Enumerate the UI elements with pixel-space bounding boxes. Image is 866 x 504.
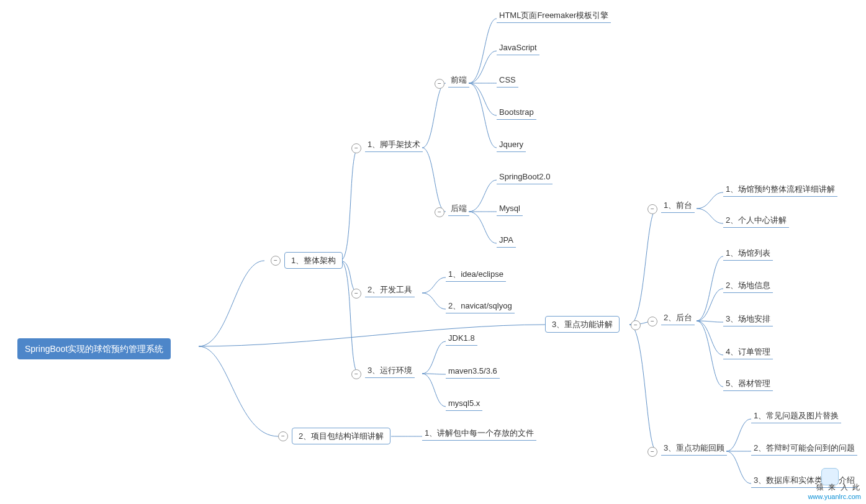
collapse-icon[interactable]: [631, 320, 641, 330]
leaf-mysql[interactable]: Mysql: [497, 204, 523, 216]
leaf-jpa[interactable]: JPA: [497, 236, 516, 248]
collapse-icon[interactable]: [278, 431, 288, 441]
leaf-faq-images[interactable]: 1、常见问题及图片替换: [751, 412, 841, 423]
leaf-css[interactable]: CSS: [497, 76, 518, 88]
leaf-navicat-sqlyog[interactable]: 2、navicat/sqlyog: [446, 302, 515, 313]
leaf-bootstrap[interactable]: Bootstrap: [497, 108, 536, 120]
leaf-springboot[interactable]: SpringBoot2.0: [497, 173, 553, 184]
branch-label: 2、项目包结构详细讲解: [299, 431, 384, 441]
leaf-html-freemaker[interactable]: HTML页面Freemaker模板引擎: [497, 11, 611, 23]
node-review-feature[interactable]: 3、重点功能回顾: [661, 444, 727, 456]
branch-package-structure[interactable]: 2、项目包结构详细讲解: [292, 428, 390, 444]
leaf-mysql5[interactable]: mysql5.x: [446, 399, 482, 411]
watermark-url: www.yuanlrc.com: [808, 493, 861, 500]
leaf-javascript[interactable]: JavaScript: [497, 43, 539, 55]
leaf-jquery[interactable]: Jquery: [497, 140, 526, 152]
leaf-court-schedule[interactable]: 3、场地安排: [723, 315, 773, 326]
collapse-icon[interactable]: [435, 79, 444, 89]
collapse-icon[interactable]: [351, 143, 361, 153]
node-frontend[interactable]: 前端: [448, 76, 469, 88]
collapse-icon[interactable]: [351, 369, 361, 379]
root-node[interactable]: SpringBoot实现的球馆预约管理系统: [17, 338, 171, 359]
watermark-text: 猿 来 入 此: [808, 482, 861, 493]
leaf-idea-eclipse[interactable]: 1、idea/eclipse: [446, 270, 506, 282]
leaf-package-files[interactable]: 1、讲解包中每一个存放的文件: [422, 429, 536, 441]
root-label: SpringBoot实现的球馆预约管理系统: [25, 344, 163, 354]
node-devtools[interactable]: 2、开发工具: [365, 286, 415, 297]
node-scaffold[interactable]: 1、脚手架技术: [365, 140, 423, 152]
watermark: 猿 来 入 此 www.yuanlrc.com: [808, 482, 861, 500]
leaf-order-mgmt[interactable]: 4、订单管理: [723, 348, 773, 359]
node-backend[interactable]: 后端: [448, 204, 469, 216]
collapse-icon[interactable]: [647, 317, 657, 326]
collapse-icon[interactable]: [647, 447, 657, 457]
collapse-icon[interactable]: [271, 256, 281, 266]
leaf-profile-center[interactable]: 2、个人中心讲解: [723, 216, 789, 228]
leaf-venue-list[interactable]: 1、场馆列表: [723, 249, 773, 261]
leaf-reservation-flow[interactable]: 1、场馆预约整体流程详细讲解: [723, 185, 837, 197]
collapse-icon[interactable]: [647, 204, 657, 214]
branch-key-features[interactable]: 3、重点功能讲解: [545, 316, 620, 333]
node-runtime[interactable]: 3、运行环境: [365, 366, 415, 378]
branch-label: 1、整体架构: [291, 256, 336, 265]
leaf-maven[interactable]: maven3.5/3.6: [446, 367, 500, 379]
leaf-defense-questions[interactable]: 2、答辩时可能会问到的问题: [751, 444, 857, 456]
collapse-icon[interactable]: [351, 289, 361, 299]
leaf-jdk[interactable]: JDK1.8: [446, 334, 477, 346]
node-frontend-feature[interactable]: 1、前台: [661, 201, 695, 213]
leaf-court-info[interactable]: 2、场地信息: [723, 281, 773, 293]
leaf-equipment-mgmt[interactable]: 5、器材管理: [723, 379, 773, 391]
branch-label: 3、重点功能讲解: [552, 320, 613, 329]
collapse-icon[interactable]: [435, 207, 444, 217]
node-backend-feature[interactable]: 2、后台: [661, 313, 695, 325]
branch-architecture[interactable]: 1、整体架构: [284, 252, 343, 269]
